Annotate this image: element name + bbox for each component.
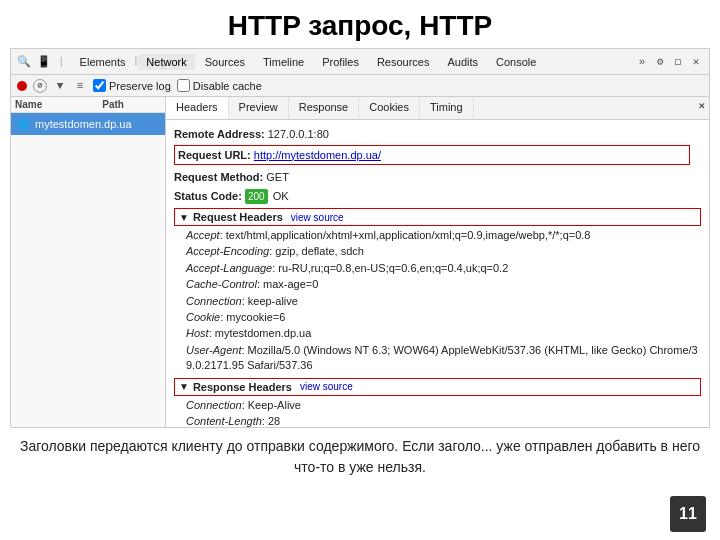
header-key: Accept-Language bbox=[186, 262, 272, 274]
request-header-row: User-Agent: Mozilla/5.0 (Windows NT 6.3;… bbox=[186, 343, 701, 374]
sidebar-columns: Name Path bbox=[11, 97, 165, 113]
search-icon[interactable]: 🔍 bbox=[17, 55, 31, 69]
response-headers-list: Connection: Keep-AliveContent-Length: 28… bbox=[174, 398, 701, 427]
header-key: Host bbox=[186, 327, 209, 339]
panel-close-icon[interactable]: ✕ bbox=[698, 99, 705, 112]
subtab-preview[interactable]: Preview bbox=[229, 97, 289, 119]
status-badge: 200 bbox=[245, 189, 268, 204]
request-method-row: Request Method: GET bbox=[174, 169, 701, 186]
header-val: : mytestdomen.dp.ua bbox=[209, 327, 312, 339]
header-val: : mycookie=6 bbox=[220, 311, 285, 323]
preserve-log-label: Preserve log bbox=[93, 79, 171, 92]
header-key: Cookie bbox=[186, 311, 220, 323]
subtab-cookies[interactable]: Cookies bbox=[359, 97, 420, 119]
record-button[interactable] bbox=[17, 81, 27, 91]
toolbar-right: » ⚙ ◻ ✕ bbox=[635, 55, 703, 69]
tab-resources[interactable]: Resources bbox=[369, 54, 438, 70]
tab-elements[interactable]: Elements bbox=[72, 54, 134, 70]
main-layout: Name Path mytestdomen.dp.ua ✕ Headers Pr… bbox=[11, 97, 709, 427]
header-key: Connection bbox=[186, 295, 242, 307]
status-code-row: Status Code: 200 OK bbox=[174, 188, 701, 205]
header-val: : text/html,application/xhtml+xml,applic… bbox=[220, 229, 591, 241]
request-header-row: Accept-Language: ru-RU,ru;q=0.8,en-US;q=… bbox=[186, 261, 701, 276]
page-title: HTTP запрос, HTTP bbox=[0, 0, 720, 48]
request-header-row: Connection: keep-alive bbox=[186, 294, 701, 309]
list-icon[interactable]: ≡ bbox=[73, 79, 87, 93]
response-header-row: Content-Length: 28 bbox=[186, 414, 701, 427]
page-number-badge: 11 bbox=[670, 496, 706, 532]
response-header-row: Connection: Keep-Alive bbox=[186, 398, 701, 413]
header-key: Cache-Control bbox=[186, 278, 257, 290]
tab-profiles[interactable]: Profiles bbox=[314, 54, 367, 70]
filter-icon[interactable]: ▼ bbox=[53, 79, 67, 93]
request-header-row: Accept-Encoding: gzip, deflate, sdch bbox=[186, 244, 701, 259]
request-header-row: Cache-Control: max-age=0 bbox=[186, 277, 701, 292]
header-key: User-Agent bbox=[186, 344, 241, 356]
tab-network[interactable]: Network bbox=[138, 54, 194, 70]
mobile-icon[interactable]: 📱 bbox=[37, 55, 51, 69]
subtab-timing[interactable]: Timing bbox=[420, 97, 474, 119]
triangle-icon: ▼ bbox=[179, 381, 189, 392]
separator: | bbox=[58, 56, 65, 68]
header-key: Accept-Encoding bbox=[186, 245, 269, 257]
header-val: : keep-alive bbox=[242, 295, 298, 307]
remote-address-row: Remote Address: 127.0.0.1:80 bbox=[174, 126, 701, 143]
main-tabs: Elements | Network Sources Timeline Prof… bbox=[72, 54, 545, 70]
request-headers-section[interactable]: ▼ Request Headers view source bbox=[174, 208, 701, 226]
tab-timeline[interactable]: Timeline bbox=[255, 54, 312, 70]
request-header-row: Host: mytestdomen.dp.ua bbox=[186, 326, 701, 341]
disable-cache-checkbox[interactable] bbox=[177, 79, 190, 92]
disable-cache-label: Disable cache bbox=[177, 79, 262, 92]
subtab-headers[interactable]: Headers bbox=[166, 97, 229, 119]
col-name: Name bbox=[15, 99, 42, 110]
favicon-icon bbox=[15, 116, 31, 132]
response-headers-section[interactable]: ▼ Response Headers view source bbox=[174, 378, 701, 396]
settings-icon[interactable]: ⚙ bbox=[653, 55, 667, 69]
request-url-row: Request URL: http://mytestdomen.dp.ua/ bbox=[174, 145, 690, 166]
preserve-log-checkbox[interactable] bbox=[93, 79, 106, 92]
close-icon[interactable]: ✕ bbox=[689, 55, 703, 69]
sep: | bbox=[134, 54, 137, 70]
col-path: Path bbox=[102, 99, 124, 110]
header-val: : Keep-Alive bbox=[242, 399, 301, 411]
header-key: Connection bbox=[186, 399, 242, 411]
header-key: Content-Length bbox=[186, 415, 262, 427]
header-val: : Mozilla/5.0 (Windows NT 6.3; WOW64) Ap… bbox=[186, 344, 698, 371]
sub-tabs: Headers Preview Response Cookies Timing bbox=[166, 97, 709, 120]
bottom-text: Заголовки передаются клиенту до отправки… bbox=[0, 428, 720, 482]
request-headers-list: Accept: text/html,application/xhtml+xml,… bbox=[174, 228, 701, 374]
request-header-row: Cookie: mycookie=6 bbox=[186, 310, 701, 325]
header-val: : ru-RU,ru;q=0.8,en-US;q=0.6,en;q=0.4,uk… bbox=[272, 262, 508, 274]
request-header-row: Accept: text/html,application/xhtml+xml,… bbox=[186, 228, 701, 243]
header-val: : gzip, deflate, sdch bbox=[269, 245, 364, 257]
triangle-icon: ▼ bbox=[179, 212, 189, 223]
header-key: Accept bbox=[186, 229, 220, 241]
tab-audits[interactable]: Audits bbox=[439, 54, 486, 70]
subtab-response[interactable]: Response bbox=[289, 97, 360, 119]
content-area: Remote Address: 127.0.0.1:80 Request URL… bbox=[166, 120, 709, 427]
more-icon[interactable]: » bbox=[635, 55, 649, 69]
sidebar: Name Path mytestdomen.dp.ua bbox=[11, 97, 166, 427]
sidebar-entry[interactable]: mytestdomen.dp.ua bbox=[11, 113, 165, 135]
network-toolbar: ⊘ ▼ ≡ Preserve log Disable cache bbox=[11, 75, 709, 97]
devtools-toolbar: 🔍 📱 | Elements | Network Sources Timelin… bbox=[11, 49, 709, 75]
devtools-panel: 🔍 📱 | Elements | Network Sources Timelin… bbox=[10, 48, 710, 428]
tab-console[interactable]: Console bbox=[488, 54, 544, 70]
clear-button[interactable]: ⊘ bbox=[33, 79, 47, 93]
right-panel: ✕ Headers Preview Response Cookies Timin… bbox=[166, 97, 709, 427]
tab-sources[interactable]: Sources bbox=[197, 54, 253, 70]
header-val: : 28 bbox=[262, 415, 280, 427]
dock-icon[interactable]: ◻ bbox=[671, 55, 685, 69]
header-val: : max-age=0 bbox=[257, 278, 318, 290]
